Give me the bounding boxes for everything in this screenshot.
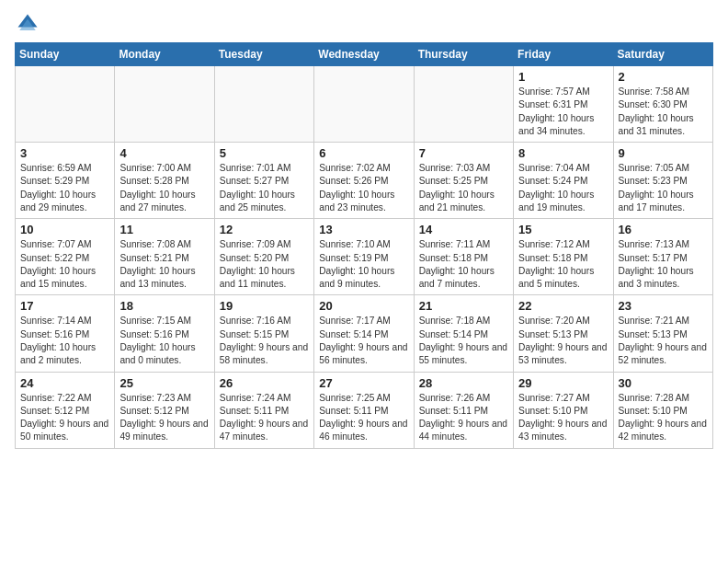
day-info: Sunrise: 7:58 AM Sunset: 6:30 PM Dayligh… — [619, 86, 708, 138]
logo-icon — [15, 11, 40, 37]
calendar-cell: 24Sunrise: 7:22 AM Sunset: 5:12 PM Dayli… — [16, 372, 115, 448]
day-number: 15 — [518, 223, 608, 236]
day-number: 14 — [419, 223, 508, 236]
calendar-cell: 14Sunrise: 7:11 AM Sunset: 5:18 PM Dayli… — [414, 219, 513, 295]
weekday-header-tuesday: Tuesday — [214, 43, 313, 66]
day-number: 8 — [518, 146, 608, 160]
weekday-header-saturday: Saturday — [613, 43, 712, 66]
weekday-header-wednesday: Wednesday — [314, 43, 414, 66]
day-number: 18 — [119, 299, 209, 313]
day-number: 6 — [319, 146, 408, 160]
day-info: Sunrise: 7:09 AM Sunset: 5:20 PM Dayligh… — [220, 238, 309, 291]
calendar-cell: 26Sunrise: 7:24 AM Sunset: 5:11 PM Dayli… — [214, 372, 313, 448]
calendar-cell: 1Sunrise: 7:57 AM Sunset: 6:31 PM Daylig… — [514, 66, 613, 143]
day-info: Sunrise: 7:10 AM Sunset: 5:19 PM Dayligh… — [319, 238, 408, 291]
calendar-cell: 25Sunrise: 7:23 AM Sunset: 5:12 PM Dayli… — [115, 372, 214, 448]
weekday-header-row: SundayMondayTuesdayWednesdayThursdayFrid… — [16, 43, 713, 66]
day-info: Sunrise: 7:57 AM Sunset: 6:31 PM Dayligh… — [518, 86, 608, 138]
day-info: Sunrise: 7:17 AM Sunset: 5:14 PM Dayligh… — [319, 315, 408, 367]
calendar-cell — [16, 66, 115, 143]
calendar-cell: 3Sunrise: 6:59 AM Sunset: 5:29 PM Daylig… — [16, 143, 115, 219]
day-info: Sunrise: 7:02 AM Sunset: 5:26 PM Dayligh… — [319, 162, 408, 214]
day-info: Sunrise: 7:20 AM Sunset: 5:13 PM Dayligh… — [518, 315, 608, 367]
day-number: 11 — [119, 223, 209, 236]
day-number: 16 — [619, 223, 708, 236]
calendar-cell — [314, 66, 414, 143]
calendar-cell — [214, 66, 313, 143]
day-number: 12 — [220, 223, 309, 236]
day-info: Sunrise: 7:08 AM Sunset: 5:21 PM Dayligh… — [119, 238, 209, 291]
calendar-cell: 21Sunrise: 7:18 AM Sunset: 5:14 PM Dayli… — [414, 295, 513, 372]
day-info: Sunrise: 7:24 AM Sunset: 5:11 PM Dayligh… — [220, 392, 309, 444]
calendar-cell: 19Sunrise: 7:16 AM Sunset: 5:15 PM Dayli… — [214, 295, 313, 372]
calendar-cell — [115, 66, 214, 143]
week-row-2: 10Sunrise: 7:07 AM Sunset: 5:22 PM Dayli… — [16, 219, 713, 295]
day-info: Sunrise: 7:18 AM Sunset: 5:14 PM Dayligh… — [419, 315, 508, 367]
week-row-0: 1Sunrise: 7:57 AM Sunset: 6:31 PM Daylig… — [16, 66, 713, 143]
day-number: 3 — [20, 146, 109, 160]
calendar: SundayMondayTuesdayWednesdayThursdayFrid… — [15, 42, 713, 449]
day-info: Sunrise: 7:14 AM Sunset: 5:16 PM Dayligh… — [20, 315, 109, 367]
day-number: 5 — [220, 146, 309, 160]
week-row-1: 3Sunrise: 6:59 AM Sunset: 5:29 PM Daylig… — [16, 143, 713, 219]
day-info: Sunrise: 7:05 AM Sunset: 5:23 PM Dayligh… — [619, 162, 708, 214]
day-number: 1 — [518, 70, 608, 84]
day-info: Sunrise: 7:25 AM Sunset: 5:11 PM Dayligh… — [319, 392, 408, 444]
day-number: 24 — [20, 376, 109, 390]
day-number: 26 — [220, 376, 309, 390]
day-info: Sunrise: 7:07 AM Sunset: 5:22 PM Dayligh… — [20, 238, 109, 291]
calendar-cell: 30Sunrise: 7:28 AM Sunset: 5:10 PM Dayli… — [613, 372, 712, 448]
day-info: Sunrise: 7:15 AM Sunset: 5:16 PM Dayligh… — [119, 315, 209, 367]
calendar-cell: 2Sunrise: 7:58 AM Sunset: 6:30 PM Daylig… — [613, 66, 712, 143]
calendar-cell: 7Sunrise: 7:03 AM Sunset: 5:25 PM Daylig… — [414, 143, 513, 219]
day-info: Sunrise: 7:00 AM Sunset: 5:28 PM Dayligh… — [119, 162, 209, 214]
day-info: Sunrise: 7:12 AM Sunset: 5:18 PM Dayligh… — [518, 238, 608, 291]
day-info: Sunrise: 7:13 AM Sunset: 5:17 PM Dayligh… — [619, 238, 708, 291]
day-number: 17 — [20, 299, 109, 313]
day-number: 20 — [319, 299, 408, 313]
day-info: Sunrise: 7:03 AM Sunset: 5:25 PM Dayligh… — [419, 162, 508, 214]
day-info: Sunrise: 7:16 AM Sunset: 5:15 PM Dayligh… — [220, 315, 309, 367]
calendar-cell: 6Sunrise: 7:02 AM Sunset: 5:26 PM Daylig… — [314, 143, 414, 219]
logo — [15, 11, 44, 37]
day-number: 13 — [319, 223, 408, 236]
day-number: 10 — [20, 223, 109, 236]
day-info: Sunrise: 7:21 AM Sunset: 5:13 PM Dayligh… — [619, 315, 708, 367]
calendar-cell: 22Sunrise: 7:20 AM Sunset: 5:13 PM Dayli… — [514, 295, 613, 372]
calendar-cell — [414, 66, 513, 143]
day-number: 27 — [319, 376, 408, 390]
calendar-cell: 15Sunrise: 7:12 AM Sunset: 5:18 PM Dayli… — [514, 219, 613, 295]
calendar-cell: 8Sunrise: 7:04 AM Sunset: 5:24 PM Daylig… — [514, 143, 613, 219]
header — [15, 11, 713, 37]
weekday-header-friday: Friday — [514, 43, 613, 66]
weekday-header-thursday: Thursday — [414, 43, 513, 66]
day-info: Sunrise: 7:22 AM Sunset: 5:12 PM Dayligh… — [20, 392, 109, 444]
day-info: Sunrise: 7:26 AM Sunset: 5:11 PM Dayligh… — [419, 392, 508, 444]
calendar-cell: 10Sunrise: 7:07 AM Sunset: 5:22 PM Dayli… — [16, 219, 115, 295]
day-info: Sunrise: 7:04 AM Sunset: 5:24 PM Dayligh… — [518, 162, 608, 214]
day-number: 23 — [619, 299, 708, 313]
day-info: Sunrise: 7:27 AM Sunset: 5:10 PM Dayligh… — [518, 392, 608, 444]
calendar-cell: 20Sunrise: 7:17 AM Sunset: 5:14 PM Dayli… — [314, 295, 414, 372]
calendar-cell: 12Sunrise: 7:09 AM Sunset: 5:20 PM Dayli… — [214, 219, 313, 295]
day-number: 7 — [419, 146, 508, 160]
day-number: 2 — [619, 70, 708, 84]
calendar-cell: 9Sunrise: 7:05 AM Sunset: 5:23 PM Daylig… — [613, 143, 712, 219]
day-number: 9 — [619, 146, 708, 160]
calendar-cell: 17Sunrise: 7:14 AM Sunset: 5:16 PM Dayli… — [16, 295, 115, 372]
calendar-cell: 4Sunrise: 7:00 AM Sunset: 5:28 PM Daylig… — [115, 143, 214, 219]
calendar-cell: 28Sunrise: 7:26 AM Sunset: 5:11 PM Dayli… — [414, 372, 513, 448]
day-info: Sunrise: 7:23 AM Sunset: 5:12 PM Dayligh… — [119, 392, 209, 444]
calendar-cell: 18Sunrise: 7:15 AM Sunset: 5:16 PM Dayli… — [115, 295, 214, 372]
day-number: 4 — [119, 146, 209, 160]
day-number: 29 — [518, 376, 608, 390]
weekday-header-monday: Monday — [115, 43, 214, 66]
calendar-cell: 23Sunrise: 7:21 AM Sunset: 5:13 PM Dayli… — [613, 295, 712, 372]
day-number: 28 — [419, 376, 508, 390]
calendar-cell: 11Sunrise: 7:08 AM Sunset: 5:21 PM Dayli… — [115, 219, 214, 295]
day-info: Sunrise: 7:28 AM Sunset: 5:10 PM Dayligh… — [619, 392, 708, 444]
week-row-4: 24Sunrise: 7:22 AM Sunset: 5:12 PM Dayli… — [16, 372, 713, 448]
calendar-cell: 27Sunrise: 7:25 AM Sunset: 5:11 PM Dayli… — [314, 372, 414, 448]
calendar-cell: 29Sunrise: 7:27 AM Sunset: 5:10 PM Dayli… — [514, 372, 613, 448]
day-info: Sunrise: 7:01 AM Sunset: 5:27 PM Dayligh… — [220, 162, 309, 214]
